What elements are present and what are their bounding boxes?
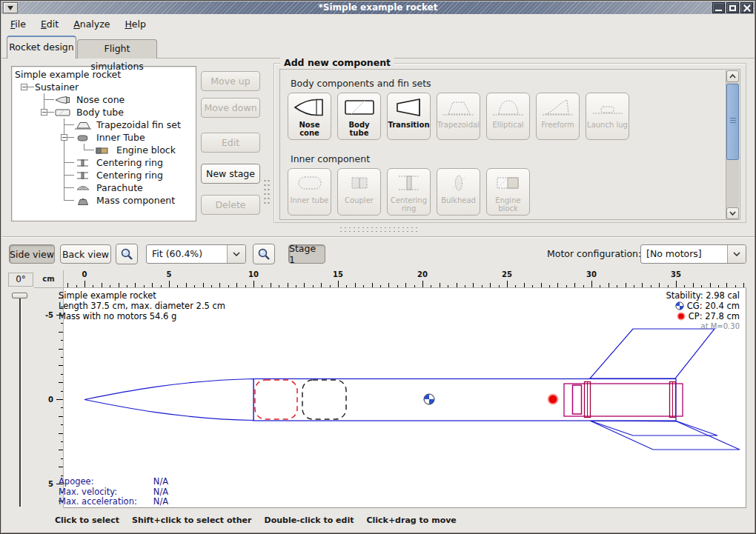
scroll-up-button[interactable]	[726, 70, 739, 82]
component-button-freeform[interactable]: Freeform	[536, 93, 580, 140]
launch-lug-icon	[591, 94, 625, 121]
minimize-button[interactable]	[712, 2, 725, 13]
scrollbar-thumb[interactable]	[726, 84, 739, 160]
menu-analyze[interactable]: Analyze	[73, 19, 110, 30]
component-button-inner-tube[interactable]: Inner tube	[288, 168, 331, 216]
nose-cone-icon	[293, 94, 327, 121]
stability-info: Stability: 2.98 cal CG: 20.4 cm CP: 27.8…	[666, 290, 740, 332]
zoom-in-button[interactable]	[253, 244, 275, 264]
tree-item-sustainer[interactable]: − Sustainer	[14, 81, 196, 93]
delete-button[interactable]: Delete	[201, 195, 260, 215]
horizontal-splitter-grip[interactable]	[339, 226, 420, 233]
component-button-trapezoidal[interactable]: Trapezoidal	[437, 93, 480, 140]
mach-label: at M=0.30	[666, 321, 740, 332]
vertical-splitter-grip[interactable]	[263, 178, 271, 205]
tree-item-mass-component[interactable]: Mass component	[14, 194, 196, 207]
chevron-up-icon	[729, 74, 736, 79]
rotation-angle-display: 0°	[8, 273, 33, 287]
rotation-slider-track[interactable]	[19, 297, 21, 507]
motor-configuration-label: Motor configuration:	[547, 248, 641, 259]
tree-item-trapezoidal-fin-set[interactable]: Trapezoidal fin set	[14, 119, 196, 131]
zoom-combobox-arrow[interactable]	[227, 245, 245, 263]
chevron-down-icon	[733, 252, 740, 256]
component-button-elliptical[interactable]: Elliptical	[486, 93, 530, 140]
tree-item-centering-ring-1[interactable]: Centering ring	[14, 156, 196, 169]
edit-button[interactable]: Edit	[201, 133, 260, 153]
tree-item-parachute[interactable]: Parachute	[14, 181, 196, 194]
component-button-nose-cone[interactable]: Nose cone	[288, 93, 331, 140]
nose-cone-icon	[54, 95, 73, 105]
side-view-button[interactable]: Side view	[9, 244, 55, 264]
cg-icon	[675, 301, 684, 310]
zoom-out-button[interactable]	[116, 244, 138, 264]
zoom-combobox[interactable]: Fit (60.4%)	[146, 244, 246, 264]
cg-marker	[424, 394, 434, 404]
menu-edit[interactable]: Edit	[41, 19, 59, 30]
cp-value: CP: 27.8 cm	[666, 311, 740, 321]
rotation-slider-handle[interactable]	[12, 293, 27, 298]
move-down-button[interactable]: Move down	[201, 98, 260, 118]
stage-1-toggle[interactable]: Stage 1	[288, 244, 325, 264]
motor-configuration-combobox[interactable]: [No motors]	[640, 244, 746, 264]
tree-item-centering-ring-2[interactable]: Centering ring	[14, 169, 196, 181]
mass-component-icon	[74, 196, 93, 206]
trapezoidal-fin-icon	[442, 94, 476, 121]
back-view-button[interactable]: Back view	[60, 244, 111, 264]
rocket-view-canvas[interactable]: Simple example rocket Length 37.5 cm, ma…	[64, 288, 746, 508]
motor-combobox-arrow[interactable]	[727, 245, 746, 263]
ruler-top: 05101520253035	[64, 270, 746, 288]
component-button-launch-lug[interactable]: Launch lug	[586, 93, 629, 140]
inner-component-label: Inner component	[291, 153, 370, 164]
coupler-icon	[342, 170, 377, 196]
freeform-fin-icon	[541, 94, 575, 121]
flight-info: Apogee:N/A Max. velocity:N/A Max. accele…	[59, 477, 168, 507]
hint-bar: Click to select Shift+click to select ot…	[1, 511, 755, 530]
window-title: *Simple example rocket	[1, 1, 755, 14]
stability-value: Stability: 2.98 cal	[666, 290, 740, 301]
title-bar: *Simple example rocket	[1, 1, 755, 14]
tree-item-nose-cone[interactable]: Nose cone	[14, 93, 196, 106]
scroll-down-button[interactable]	[726, 207, 739, 219]
tree-item-inner-tube[interactable]: − Inner Tube	[14, 131, 196, 144]
menu-file[interactable]: File	[10, 19, 26, 30]
zoom-level-value: Fit (60.4%)	[147, 245, 227, 263]
app-window: *Simple example rocket File Edit Analyze…	[0, 0, 756, 534]
component-button-coupler[interactable]: Coupler	[337, 168, 381, 216]
upper-fin	[590, 329, 714, 378]
tree-collapse-toggle[interactable]: −	[61, 134, 67, 141]
magnifier-icon	[120, 247, 133, 261]
centering-ring-icon	[392, 170, 426, 196]
body-tube-outline	[253, 379, 676, 421]
body-tube-icon	[342, 94, 377, 121]
new-stage-button[interactable]: New stage	[201, 164, 260, 184]
move-up-button[interactable]: Move up	[201, 71, 260, 91]
maximize-icon	[729, 5, 736, 11]
menu-help[interactable]: Help	[125, 19, 146, 30]
maximize-button[interactable]	[726, 2, 739, 13]
tree-item-engine-block[interactable]: Engine block	[14, 144, 196, 156]
motor-configuration-value: [No motors]	[641, 245, 727, 263]
bulkhead-icon	[442, 170, 476, 196]
nose-cone-outline	[84, 379, 253, 421]
body-tube-icon	[54, 107, 73, 118]
tab-flight-simulations[interactable]: Flight simulations	[77, 39, 157, 59]
tree-item-body-tube[interactable]: − Body tube	[14, 106, 196, 119]
tree-collapse-toggle[interactable]: −	[21, 84, 27, 90]
tree-collapse-toggle[interactable]: −	[41, 109, 47, 116]
magnifier-icon	[257, 247, 271, 261]
engine-block-icon	[491, 170, 525, 196]
menu-bar: File Edit Analyze Help	[1, 14, 755, 33]
tab-rocket-design[interactable]: Rocket design	[7, 36, 76, 59]
component-button-body-tube[interactable]: Body tube	[337, 93, 381, 140]
component-button-bulkhead[interactable]: Bulkhead	[437, 168, 480, 216]
component-button-engine-block[interactable]: Engine block	[486, 168, 530, 216]
component-panel-scrollbar[interactable]	[726, 70, 739, 219]
parachute-icon	[74, 183, 93, 193]
close-icon	[743, 4, 751, 12]
lower-fin-near	[590, 421, 717, 435]
chevron-down-icon	[233, 252, 240, 256]
close-button[interactable]	[740, 2, 753, 13]
component-button-centering-ring[interactable]: Centering ring	[387, 168, 431, 216]
cp-icon	[677, 312, 686, 321]
component-button-transition[interactable]: Transition	[387, 93, 431, 140]
